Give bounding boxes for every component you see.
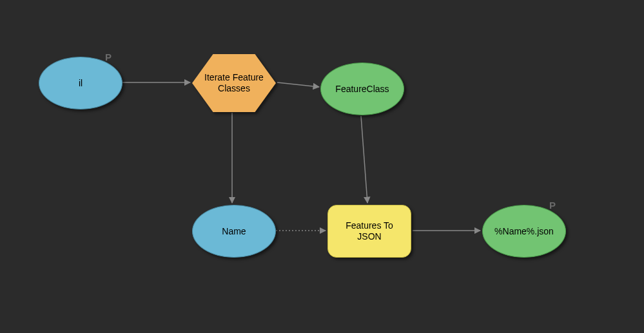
node-label: Iterate Feature Classes bbox=[204, 72, 264, 94]
connector-iterator-to-feature bbox=[277, 82, 319, 87]
node-label: Features To JSON bbox=[346, 220, 393, 242]
model-canvas[interactable]: il P Iterate Feature Classes FeatureClas… bbox=[0, 0, 644, 333]
node-output-result[interactable]: %Name%.json bbox=[482, 205, 566, 258]
parameter-badge: P bbox=[105, 52, 112, 62]
connector-feature-to-tool bbox=[361, 116, 367, 203]
node-name-variable[interactable]: Name bbox=[192, 205, 276, 258]
parameter-badge: P bbox=[549, 200, 556, 211]
node-label: il bbox=[79, 78, 83, 88]
node-iterator[interactable]: Iterate Feature Classes bbox=[192, 54, 276, 112]
node-label: FeatureClass bbox=[335, 84, 389, 94]
connectors-layer bbox=[0, 0, 644, 333]
node-label: %Name%.json bbox=[494, 226, 554, 236]
node-label: Name bbox=[222, 226, 246, 236]
node-input-variable[interactable]: il bbox=[39, 57, 122, 109]
node-tool[interactable]: Features To JSON bbox=[327, 205, 411, 258]
node-feature-class[interactable]: FeatureClass bbox=[320, 62, 404, 115]
